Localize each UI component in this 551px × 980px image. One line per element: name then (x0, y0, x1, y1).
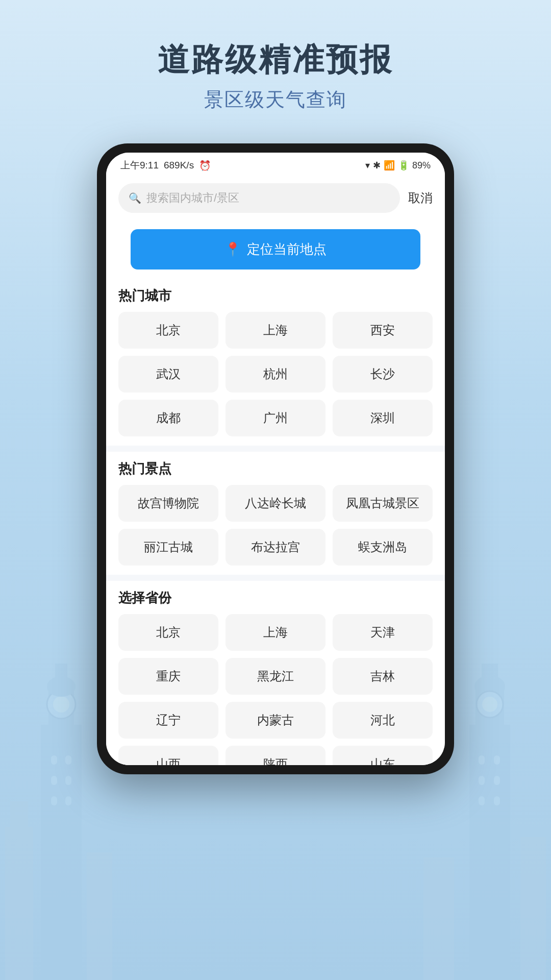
city-item-xian[interactable]: 西安 (333, 312, 433, 349)
city-item-changsha[interactable]: 长沙 (333, 356, 433, 393)
main-title: 道路级精准预报 (0, 41, 551, 79)
city-item-hangzhou[interactable]: 杭州 (226, 356, 325, 393)
prov-item-liaoning[interactable]: 辽宁 (118, 702, 218, 739)
signal-icon: 📶 (384, 160, 395, 171)
sub-title: 景区级天气查询 (0, 87, 551, 113)
status-right: ▾ ✱ 📶 🔋 89% (365, 160, 431, 171)
alarm-icon: ⏰ (199, 160, 211, 172)
svg-rect-26 (494, 796, 500, 805)
svg-rect-14 (87, 852, 112, 980)
bluetooth-icon: ✱ (373, 160, 381, 171)
svg-rect-8 (51, 776, 57, 785)
city-item-beijing[interactable]: 北京 (118, 312, 218, 349)
prov-item-hebei[interactable]: 河北 (333, 702, 433, 739)
spot-item-wuzhizhou[interactable]: 蜈支洲岛 (333, 529, 433, 566)
prov-item-beijing[interactable]: 北京 (118, 614, 218, 651)
search-input-wrap[interactable]: 🔍 搜索国内城市/景区 (118, 183, 400, 213)
divider-2 (106, 575, 445, 581)
prov-item-shanghai[interactable]: 上海 (226, 614, 325, 651)
svg-rect-25 (479, 796, 485, 805)
phone-frame: 上午9:11 689K/s ⏰ ▾ ✱ 📶 🔋 89% 🔍 (97, 143, 454, 774)
status-bar: 上午9:11 689K/s ⏰ ▾ ✱ 📶 🔋 89% (106, 153, 445, 176)
hot-spots-grid: 故宫博物院 八达岭长城 凤凰古城景区 丽江古城 布达拉宫 蜈支洲岛 (118, 485, 433, 575)
location-button[interactable]: 📍 定位当前地点 (131, 229, 420, 270)
city-item-shanghai[interactable]: 上海 (226, 312, 325, 349)
spot-item-lijiang[interactable]: 丽江古城 (118, 529, 218, 566)
svg-rect-13 (10, 801, 28, 837)
prov-item-shandong[interactable]: 山东 (333, 746, 433, 765)
phone-mockup: 上午9:11 689K/s ⏰ ▾ ✱ 📶 🔋 89% 🔍 (0, 143, 551, 774)
location-label: 定位当前地点 (247, 240, 327, 258)
wifi-icon: ▾ (365, 160, 370, 171)
status-left: 上午9:11 689K/s ⏰ (120, 159, 211, 172)
prov-item-heilongjiang[interactable]: 黑龙江 (226, 658, 325, 695)
svg-rect-11 (65, 796, 71, 805)
hot-spots-section: 热门景点 故宫博物院 八达岭长城 凤凰古城景区 丽江古城 布达拉宫 蜈支洲岛 (106, 452, 445, 575)
cancel-button[interactable]: 取消 (408, 190, 433, 206)
phone-screen: 上午9:11 689K/s ⏰ ▾ ✱ 📶 🔋 89% 🔍 (106, 153, 445, 765)
prov-item-jilin[interactable]: 吉林 (333, 658, 433, 695)
search-area: 🔍 搜索国内城市/景区 取消 (106, 176, 445, 220)
province-grid: 北京 上海 天津 重庆 黑龙江 吉林 辽宁 内蒙古 河北 山西 陕西 山东 新疆… (118, 614, 433, 765)
battery-icon: 🔋 (398, 160, 409, 171)
city-item-guangzhou[interactable]: 广州 (226, 400, 325, 436)
app-header: 道路级精准预报 景区级天气查询 (0, 0, 551, 143)
province-title: 选择省份 (118, 581, 433, 614)
hot-spots-title: 热门景点 (118, 452, 433, 485)
province-section: 选择省份 北京 上海 天津 重庆 黑龙江 吉林 辽宁 内蒙古 河北 山西 陕西 … (106, 581, 445, 765)
svg-rect-23 (479, 776, 485, 785)
city-item-chengdu[interactable]: 成都 (118, 400, 218, 436)
hot-cities-title: 热门城市 (118, 279, 433, 312)
search-placeholder: 搜索国内城市/景区 (146, 190, 239, 206)
svg-rect-9 (65, 776, 71, 785)
svg-rect-10 (51, 796, 57, 805)
status-network: 689K/s (164, 160, 194, 171)
spot-item-gugong[interactable]: 故宫博物院 (118, 485, 218, 522)
svg-rect-27 (520, 837, 546, 980)
svg-rect-24 (494, 776, 500, 785)
divider-1 (106, 446, 445, 452)
svg-rect-12 (5, 827, 33, 980)
location-pin-icon: 📍 (224, 241, 241, 257)
status-time: 上午9:11 (120, 159, 159, 172)
location-section: 📍 定位当前地点 (106, 229, 445, 270)
spot-item-budala[interactable]: 布达拉宫 (226, 529, 325, 566)
prov-item-shanxi[interactable]: 山西 (118, 746, 218, 765)
hot-cities-section: 热门城市 北京 上海 西安 武汉 杭州 长沙 成都 广州 深圳 (106, 279, 445, 446)
prov-item-shaanxi[interactable]: 陕西 (226, 746, 325, 765)
svg-rect-28 (423, 857, 454, 980)
search-icon: 🔍 (129, 192, 141, 204)
battery-percent: 89% (412, 160, 431, 171)
spot-item-fenghuang[interactable]: 凤凰古城景区 (333, 485, 433, 522)
prov-item-neimenggu[interactable]: 内蒙古 (226, 702, 325, 739)
hot-cities-grid: 北京 上海 西安 武汉 杭州 长沙 成都 广州 深圳 (118, 312, 433, 446)
city-item-shenzhen[interactable]: 深圳 (333, 400, 433, 436)
prov-item-chongqing[interactable]: 重庆 (118, 658, 218, 695)
prov-item-tianjin[interactable]: 天津 (333, 614, 433, 651)
spot-item-badaling[interactable]: 八达岭长城 (226, 485, 325, 522)
city-item-wuhan[interactable]: 武汉 (118, 356, 218, 393)
